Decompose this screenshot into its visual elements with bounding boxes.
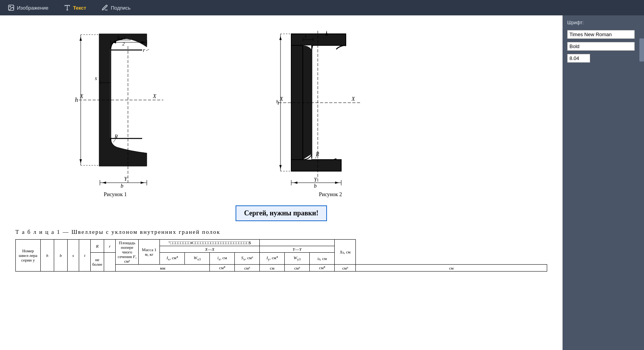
figure-1-container: h X X Y s bbox=[54, 23, 177, 198]
toolbar-image-label: Изображение bbox=[17, 5, 48, 11]
annotation-row: Сергей, нужны правки! bbox=[15, 205, 547, 221]
right-panel: Шрифт: bbox=[563, 15, 639, 350]
col-h: h bbox=[41, 240, 54, 272]
svg-marker-41 bbox=[141, 182, 144, 184]
svg-text:Y: Y bbox=[124, 176, 128, 182]
table-header-row-1: Номер швел-лера серии у h b s t R r Площ… bbox=[16, 240, 547, 246]
svg-marker-71 bbox=[335, 182, 339, 184]
h-label-fig1: h bbox=[75, 97, 78, 103]
svg-text:b - s: b - s bbox=[117, 35, 126, 40]
xx-axis: X—X bbox=[160, 246, 260, 253]
unit-Wx: см³ bbox=[235, 265, 260, 272]
annotation-box: Сергей, нужны правки! bbox=[236, 205, 327, 221]
svg-text:s: s bbox=[95, 75, 97, 81]
svg-text:X: X bbox=[80, 93, 83, 99]
svg-line-34 bbox=[146, 49, 149, 51]
table-header-row-3: не более Ix, см⁴ Wx3 ix, см Sx, см³ Iy, … bbox=[16, 253, 547, 265]
svg-marker-40 bbox=[102, 182, 106, 184]
units-mm: мм bbox=[116, 265, 210, 272]
yy-axis: Y—Y bbox=[260, 246, 335, 253]
table-title: Т а б л и ц а 1 — Швеллеры с уклоном вну… bbox=[15, 229, 547, 235]
svg-marker-44 bbox=[80, 159, 82, 163]
font-name-input[interactable] bbox=[567, 30, 635, 39]
svg-text:R: R bbox=[114, 134, 118, 140]
col-area: Площадь попере чного сечения F, см² bbox=[116, 240, 139, 265]
font-label: Шрифт: bbox=[567, 20, 635, 25]
table-section: Т а б л и ц а 1 — Швеллеры с уклоном вну… bbox=[15, 229, 547, 272]
unit-i0: см bbox=[356, 265, 547, 272]
svg-text:X: X bbox=[153, 93, 156, 99]
svg-text:s: s bbox=[305, 33, 307, 39]
col-mass: Масса 1 м, кг bbox=[139, 240, 160, 265]
col-yy-group bbox=[260, 240, 335, 246]
figure-1-svg: h X X Y s bbox=[54, 23, 177, 188]
col-Ix: Ix, см⁴ bbox=[160, 253, 185, 265]
figure-2-container: h X X Y s R bbox=[277, 23, 384, 198]
col-R2: не более bbox=[91, 253, 104, 272]
col-Wx: Wx3 bbox=[185, 253, 210, 265]
svg-text:X: X bbox=[351, 96, 355, 102]
svg-rect-46 bbox=[291, 34, 346, 45]
unit-ix: см bbox=[260, 265, 285, 272]
svg-marker-50 bbox=[279, 165, 282, 169]
unit-Sx: см³ bbox=[285, 265, 310, 272]
col-x0: X₀, см bbox=[335, 240, 356, 265]
toolbar-text-label: Текст bbox=[73, 5, 86, 11]
image-icon bbox=[8, 4, 15, 11]
col-s: s bbox=[68, 240, 79, 272]
figure-2-caption: Рисунок 2 bbox=[319, 192, 342, 198]
unit-Ix: см⁴ bbox=[210, 265, 235, 272]
svg-text:Y: Y bbox=[314, 177, 318, 183]
svg-rect-47 bbox=[291, 160, 341, 171]
text-icon bbox=[64, 4, 71, 11]
main-area: h X X Y s bbox=[0, 15, 644, 350]
col-i0: i₀, см bbox=[310, 253, 335, 265]
toolbar: Изображение Текст Подпись bbox=[0, 0, 644, 15]
svg-text:r: r bbox=[143, 47, 145, 53]
col-Iy: Iy, см⁴ bbox=[260, 253, 285, 265]
col-b: b bbox=[54, 240, 68, 272]
col-t: t bbox=[79, 240, 91, 272]
main-table: Номер швел-лера серии у h b s t R r Площ… bbox=[15, 239, 547, 272]
svg-text:X: X bbox=[279, 96, 283, 102]
col-xx-group: "□□□□□□□□#□□□□□□□□□□□□□□□□□□□□□□$ bbox=[160, 240, 260, 246]
svg-text:b: b bbox=[314, 183, 317, 188]
figure-1-caption: Рисунок 1 bbox=[104, 192, 127, 198]
svg-text:2: 2 bbox=[122, 41, 125, 47]
col-r: r bbox=[104, 240, 116, 253]
toolbar-signature[interactable]: Подпись bbox=[101, 4, 130, 11]
document-area: h X X Y s bbox=[0, 15, 563, 350]
toolbar-text[interactable]: Текст bbox=[64, 4, 86, 11]
unit-Iy: см⁴ bbox=[310, 265, 335, 272]
svg-text:R: R bbox=[315, 151, 319, 157]
col-Sx: Sx, см³ bbox=[235, 253, 260, 265]
svg-marker-70 bbox=[294, 182, 297, 184]
svg-text:b: b bbox=[121, 183, 123, 188]
col-number: Номер швел-лера серии у bbox=[16, 240, 41, 272]
svg-marker-49 bbox=[279, 36, 282, 40]
toolbar-signature-label: Подпись bbox=[111, 5, 130, 11]
svg-marker-43 bbox=[80, 37, 82, 41]
col-r2 bbox=[104, 253, 116, 272]
col-R: R bbox=[91, 240, 104, 253]
unit-Wy: см³ bbox=[335, 265, 356, 272]
pen-icon bbox=[101, 4, 108, 11]
scrollbar[interactable] bbox=[639, 15, 644, 350]
col-ix: ix, см bbox=[210, 253, 235, 265]
col-Wy: Wy3 bbox=[285, 253, 310, 265]
font-style-input[interactable] bbox=[567, 42, 635, 51]
scrollbar-thumb[interactable] bbox=[639, 38, 644, 62]
font-size-input[interactable] bbox=[567, 54, 590, 63]
svg-point-1 bbox=[10, 6, 10, 7]
figure-2-svg: h X X Y s R bbox=[277, 23, 384, 188]
toolbar-image[interactable]: Изображение bbox=[8, 4, 48, 11]
figures-row: h X X Y s bbox=[15, 23, 547, 198]
